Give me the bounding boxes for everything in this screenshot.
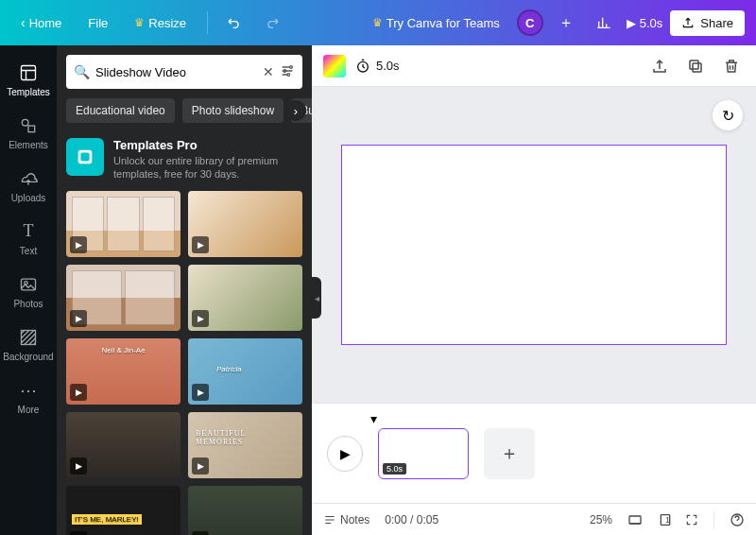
- svg-rect-10: [80, 152, 89, 161]
- help-button[interactable]: [730, 512, 745, 527]
- chip-photo-slideshow[interactable]: Photo slideshow: [182, 98, 284, 123]
- add-page-button[interactable]: ＋: [484, 428, 535, 479]
- promo-icon: [66, 138, 104, 176]
- resize-button[interactable]: ♛ Resize: [125, 10, 196, 36]
- crown-icon: ♛: [134, 16, 145, 29]
- template-thumb[interactable]: ▶: [66, 412, 180, 478]
- time-display: 0:00 / 0:05: [385, 513, 438, 526]
- template-thumb[interactable]: IT'S ME, MARLEY!▶: [66, 486, 180, 535]
- play-icon: ▶: [192, 457, 209, 475]
- svg-rect-14: [629, 516, 641, 524]
- play-icon: ▶: [192, 384, 209, 401]
- animate-button[interactable]: ↻: [713, 100, 743, 130]
- sidenav-templates[interactable]: Templates: [0, 53, 57, 106]
- chip-educational[interactable]: Educational video: [66, 98, 175, 123]
- home-button[interactable]: ‹ Home: [11, 9, 71, 36]
- upload-icon: [681, 16, 695, 29]
- search-bar[interactable]: 🔍 ✕: [66, 55, 302, 89]
- clear-icon[interactable]: ✕: [263, 64, 274, 79]
- template-thumb[interactable]: Patricia▶: [188, 338, 302, 405]
- sidenav-elements[interactable]: Elements: [0, 106, 57, 159]
- filter-icon[interactable]: [280, 63, 295, 81]
- template-thumb[interactable]: ▶: [188, 191, 302, 257]
- template-thumb[interactable]: ▶: [66, 191, 180, 257]
- templates-panel: 🔍 ✕ Educational video Photo slideshow Bu…: [57, 45, 312, 535]
- avatar[interactable]: C: [517, 9, 543, 36]
- svg-rect-2: [28, 126, 35, 132]
- template-thumb[interactable]: ▶: [188, 265, 302, 331]
- play-icon: ▶: [627, 16, 636, 30]
- sidenav-photos[interactable]: Photos: [0, 265, 57, 318]
- template-thumb[interactable]: ▶: [188, 486, 302, 535]
- play-icon: ▶: [70, 310, 87, 327]
- sidenav-text[interactable]: T Text: [0, 212, 57, 265]
- fullscreen-button[interactable]: [685, 513, 698, 526]
- templates-icon: [18, 62, 39, 83]
- play-icon: ▶: [70, 384, 87, 401]
- background-color-picker[interactable]: [323, 55, 346, 78]
- svg-point-8: [287, 73, 290, 76]
- sidenav-more[interactable]: ⋯ More: [0, 371, 57, 423]
- duplicate-icon[interactable]: [682, 53, 709, 79]
- clock-icon: [355, 59, 370, 74]
- timeline: ▶ ▾ 5.0s ＋ Notes 0:00 / 0:05 25% 1: [312, 403, 756, 535]
- clip-duration-badge: 5.0s: [383, 463, 406, 475]
- top-header: ‹ Home File ♛ Resize ♛ Try Canva for Tea…: [0, 0, 756, 45]
- grid-view-button[interactable]: [627, 512, 643, 527]
- canvas-stage[interactable]: ↻: [312, 87, 756, 403]
- home-label: Home: [29, 16, 62, 30]
- play-icon: ▶: [70, 236, 87, 253]
- search-icon: 🔍: [74, 64, 90, 79]
- promo-title: Templates Pro: [113, 138, 302, 152]
- present-button[interactable]: ▶ 5.0s: [627, 16, 663, 30]
- playhead-icon[interactable]: ▾: [370, 411, 377, 426]
- timeline-play-button[interactable]: ▶: [327, 436, 363, 472]
- timeline-clip[interactable]: 5.0s: [378, 428, 469, 479]
- template-thumb[interactable]: BEAUTIFULMEMORIES▶: [188, 412, 302, 478]
- photos-icon: [18, 274, 39, 295]
- more-icon: ⋯: [18, 380, 39, 401]
- play-icon: ▶: [192, 236, 209, 253]
- template-thumb[interactable]: ▶: [66, 265, 180, 331]
- redo-button[interactable]: [257, 8, 287, 38]
- background-icon: [18, 327, 39, 348]
- sidenav-background[interactable]: Background: [0, 318, 57, 371]
- page-count-button[interactable]: 1: [658, 512, 670, 527]
- text-icon: T: [18, 221, 39, 242]
- search-input[interactable]: [95, 65, 257, 79]
- play-icon: ▶: [192, 531, 209, 535]
- filter-chips: Educational video Photo slideshow Bu ›: [57, 96, 312, 130]
- file-menu[interactable]: File: [78, 10, 117, 36]
- play-icon: ▶: [192, 310, 209, 327]
- svg-point-1: [22, 119, 28, 126]
- undo-button[interactable]: [219, 8, 249, 38]
- templates-pro-promo[interactable]: Templates Pro Unlock our entire library …: [57, 130, 312, 191]
- bottom-bar: Notes 0:00 / 0:05 25% 1: [312, 503, 756, 535]
- export-icon[interactable]: [646, 53, 673, 79]
- template-grid: ▶ ▶ ▶ ▶ Neil & Jin-Ae▶ Patricia▶ ▶ BEAUT…: [57, 191, 312, 535]
- play-icon: ▶: [70, 531, 87, 535]
- svg-rect-13: [690, 60, 698, 69]
- svg-point-6: [290, 65, 293, 68]
- try-teams-button[interactable]: ♛ Try Canva for Teams: [363, 10, 509, 36]
- delete-icon[interactable]: [718, 53, 745, 79]
- template-thumb[interactable]: Neil & Jin-Ae▶: [66, 338, 180, 405]
- chevron-left-icon: ‹: [21, 15, 26, 30]
- add-member-button[interactable]: ＋: [551, 8, 581, 38]
- play-icon: ▶: [70, 457, 87, 475]
- notes-button[interactable]: Notes: [323, 513, 369, 526]
- chips-scroll-right[interactable]: ›: [285, 100, 306, 121]
- svg-rect-12: [693, 63, 701, 72]
- uploads-icon: [18, 168, 39, 189]
- page-duration[interactable]: 5.0s: [355, 59, 400, 74]
- separator: [207, 11, 208, 34]
- sidenav-uploads[interactable]: Uploads: [0, 159, 57, 212]
- share-button[interactable]: Share: [670, 10, 745, 36]
- clips-row: ▶ ▾ 5.0s ＋: [312, 404, 756, 503]
- zoom-level[interactable]: 25%: [590, 513, 612, 526]
- canvas-area: 5.0s ↻ ▶ ▾ 5.0s ＋: [312, 45, 756, 535]
- crown-icon: ♛: [372, 16, 383, 29]
- canvas-page[interactable]: [341, 145, 727, 345]
- canvas-toolbar: 5.0s: [312, 45, 756, 87]
- insights-button[interactable]: [589, 8, 619, 38]
